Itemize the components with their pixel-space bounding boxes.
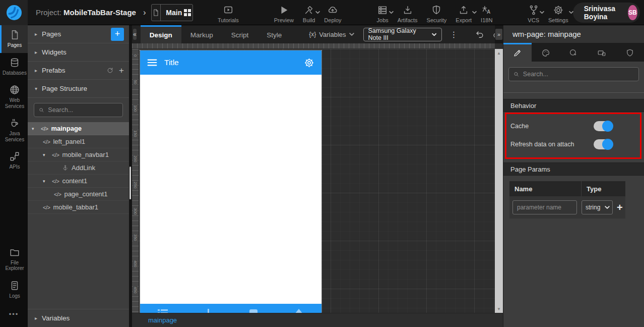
tree-item-content1[interactable]: ▾ </> content1 <box>28 175 129 188</box>
rail-item-pages[interactable]: Pages <box>0 25 28 53</box>
tree-item-mainpage[interactable]: ▾ </> mainpage <box>28 122 129 135</box>
chevron-down-icon <box>349 32 354 37</box>
export-button[interactable]: Export <box>451 2 476 23</box>
parameter-name-input[interactable] <box>512 200 577 214</box>
device-select[interactable]: Samsung Galaxy Note III <box>363 28 442 41</box>
page-selector[interactable]: Main <box>151 4 193 21</box>
tree-item-mobile-tabbar1[interactable]: </> mobile_tabbar1 <box>28 201 129 214</box>
add-prefab-button[interactable]: + <box>119 66 124 76</box>
tab-styles[interactable] <box>532 43 560 62</box>
behavior-section-header[interactable]: Behavior <box>503 99 644 112</box>
build-button[interactable]: Build <box>298 2 319 23</box>
rail-label: Java Services <box>3 131 27 142</box>
section-page-structure[interactable]: ▾ Page Structure <box>28 80 129 98</box>
rail-label: Logs <box>9 293 20 299</box>
export-upload-icon <box>458 5 469 16</box>
preview-button[interactable]: Preview <box>270 2 298 23</box>
scrollbar-thumb[interactable] <box>130 167 131 199</box>
page-params-section-header[interactable]: Page Params <box>503 162 644 176</box>
right-panel-strip: » <box>495 25 503 43</box>
tabbar-item[interactable] <box>276 304 321 313</box>
design-canvas[interactable]: 0 50 100 150 200 250 300 350 400 450 Tit… <box>132 43 503 313</box>
section-widgets[interactable]: ▸ Widgets <box>28 43 129 62</box>
tab-events[interactable] <box>560 43 588 62</box>
hamburger-menu-icon[interactable] <box>147 59 157 67</box>
add-page-button[interactable]: + <box>111 28 124 41</box>
user-menu[interactable]: Srinivasa Boyina SB <box>573 3 640 23</box>
open-page-tab-mainpage[interactable]: mainpage <box>148 316 177 324</box>
tab-design[interactable]: Design <box>141 25 181 43</box>
mobile-tabbar[interactable] <box>140 304 321 313</box>
grid-view-icon[interactable] <box>182 9 192 17</box>
tabbar-item[interactable] <box>185 304 231 313</box>
navbar-gear-icon[interactable] <box>304 58 314 68</box>
i18n-button[interactable]: A I18N <box>476 2 497 23</box>
page-params-table: Name Type string + <box>509 181 625 219</box>
tree-item-left-panel1[interactable]: </> left_panel1 <box>28 135 129 148</box>
canvas-scrollbar[interactable]: ▲ ▼ <box>495 49 503 313</box>
rail-item-file-explorer[interactable]: File Explorer <box>0 243 28 276</box>
properties-search-box[interactable] <box>508 67 639 81</box>
rail-item-logs[interactable]: Logs <box>0 276 28 304</box>
rail-item-apis[interactable]: APIs <box>0 147 28 175</box>
tab-devices[interactable] <box>588 43 616 62</box>
section-label: Prefabs <box>42 67 101 74</box>
security-shield-icon <box>431 5 442 16</box>
tree-item-page-content1[interactable]: </> page_content1 <box>28 188 129 201</box>
tab-properties[interactable] <box>503 43 532 62</box>
tree-item-addlink[interactable]: AddLink <box>28 161 129 175</box>
tree-search-box[interactable] <box>34 103 123 117</box>
section-pages[interactable]: ▸ Pages + <box>28 25 129 43</box>
undo-button[interactable] <box>475 29 485 39</box>
tree-search-input[interactable] <box>48 106 118 114</box>
page-doc-icon <box>152 4 161 21</box>
jobs-button[interactable]: Jobs <box>372 2 393 23</box>
more-options-kebab-icon[interactable]: ⋮ <box>450 30 458 39</box>
tabbar-item[interactable] <box>140 304 185 313</box>
phone-preview[interactable]: Title <box>140 50 321 313</box>
rounded-square-icon <box>249 309 258 313</box>
rail-item-databases[interactable]: Databases <box>0 53 28 81</box>
globe-icon <box>9 84 20 95</box>
cache-toggle[interactable] <box>594 121 613 131</box>
tutorials-icon <box>223 5 234 16</box>
parameter-type-select[interactable]: string <box>582 200 613 214</box>
scroll-up-icon[interactable]: ▲ <box>495 49 503 57</box>
section-prefabs[interactable]: ▸ Prefabs + <box>28 62 129 80</box>
tab-security[interactable] <box>616 43 644 62</box>
expand-right-panel-button[interactable]: » <box>495 29 502 40</box>
section-variables[interactable]: ▸ Variables <box>28 309 129 327</box>
add-parameter-button[interactable]: + <box>617 202 623 213</box>
refresh-prefabs-button[interactable] <box>106 67 114 74</box>
scroll-down-icon[interactable]: ▼ <box>495 305 503 313</box>
variables-dropdown-button[interactable]: {x} Variables <box>309 31 354 38</box>
security-button[interactable]: Security <box>422 2 452 23</box>
settings-button[interactable]: Settings <box>544 2 573 23</box>
arrow-up-icon <box>294 309 303 313</box>
artifacts-button[interactable]: Artifacts <box>393 2 422 23</box>
rail-overflow-button[interactable]: ••• <box>0 303 28 327</box>
deploy-button[interactable]: Deploy <box>319 2 346 23</box>
tab-style[interactable]: Style <box>257 25 291 43</box>
refresh-data-on-attach-toggle[interactable] <box>594 139 613 149</box>
tutorials-button[interactable]: Tutorials <box>213 2 243 23</box>
tool-label: Tutorials <box>218 17 239 23</box>
tab-script[interactable]: Script <box>222 25 258 43</box>
collapse-left-panel-button[interactable]: « <box>133 29 137 40</box>
settings-gear-icon <box>553 5 564 16</box>
mobile-navbar[interactable]: Title <box>140 50 321 75</box>
deploy-cloud-icon <box>327 5 338 16</box>
tree-item-mobile-navbar1[interactable]: ▾ </> mobile_navbar1 <box>28 148 129 161</box>
vcs-button[interactable]: VCS <box>523 2 544 23</box>
project-breadcrumb: Project: MobileTabBar-Stage <box>36 8 136 17</box>
rail-item-java-services[interactable]: Java Services <box>0 114 28 147</box>
chevron-down-icon <box>569 10 573 15</box>
divider <box>503 92 644 93</box>
column-header-type: Type <box>582 181 612 196</box>
tabbar-item[interactable] <box>231 304 276 313</box>
properties-search-input[interactable] <box>523 71 634 78</box>
rail-item-web-services[interactable]: Web Services <box>0 80 28 114</box>
app-logo[interactable] <box>0 0 28 25</box>
ruler-label: 50 <box>133 79 138 85</box>
tab-markup[interactable]: Markup <box>181 25 222 43</box>
